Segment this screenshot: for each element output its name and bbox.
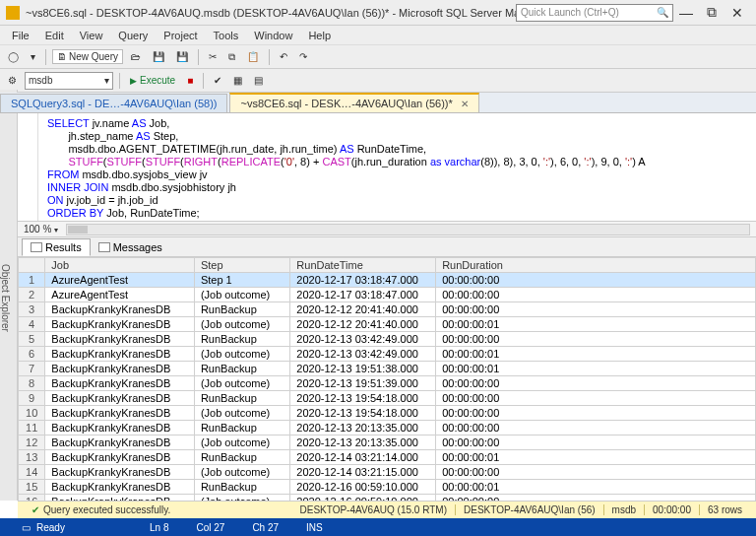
table-row[interactable]: 7BackupKrankyKranesDBRunBackup2020-12-13… (19, 362, 756, 376)
result-tabs: Results Messages (18, 237, 756, 257)
titlebar: ~vs8CE6.sql - DESKTOP-4AV6AUQ.msdb (DESK… (0, 0, 756, 26)
zoom-selector[interactable]: 100 % (24, 224, 58, 234)
status-user: DESKTOP-4AV6AUQ\Ian (56) (456, 504, 604, 515)
copy-button[interactable]: ⧉ (224, 49, 239, 65)
close-tab-icon[interactable]: ✕ (461, 99, 469, 109)
paste-button[interactable]: 📋 (243, 49, 263, 64)
save-all-button[interactable]: 💾 (172, 49, 192, 64)
status-ln: Ln 8 (136, 522, 182, 533)
nav-back-button[interactable]: ◯ (4, 49, 23, 64)
grid-icon (31, 242, 42, 252)
table-row[interactable]: 9BackupKrankyKranesDBRunBackup2020-12-13… (19, 391, 756, 406)
col-rundatetime[interactable]: RunDateTime (290, 258, 436, 273)
save-button[interactable]: 💾 (149, 49, 168, 64)
database-selector[interactable]: msdb▾ (25, 72, 113, 90)
query-status-msg: Query executed successfully. (24, 504, 292, 515)
stop-button[interactable]: ■ (183, 73, 197, 88)
tab-vs8ce6[interactable]: ~vs8CE6.sql - DESK…-4AV6AUQ\Ian (56))*✕ (229, 93, 478, 112)
status-time: 00:00:00 (645, 504, 700, 515)
toolbar-2: ⚙ msdb▾ Execute ■ ✔ ▦ ▤ (0, 69, 756, 93)
col-runduration[interactable]: RunDuration (436, 258, 756, 273)
toolbar-1: ◯ ▾ 🗎 New Query 🗁 💾 💾 ✂ ⧉ 📋 ↶ ↷ (0, 45, 756, 69)
zoom-bar: 100 % (18, 222, 756, 237)
db-icon: ⚙ (4, 73, 21, 88)
estimated-plan-button[interactable]: ▦ (229, 73, 246, 88)
col-step[interactable]: Step (194, 258, 289, 273)
menubar: File Edit View Query Project Tools Windo… (0, 26, 756, 45)
tab-messages[interactable]: Messages (91, 239, 170, 255)
table-row[interactable]: 6BackupKrankyKranesDB(Job outcome)2020-1… (19, 347, 756, 362)
results-grid[interactable]: Job Step RunDateTime RunDuration 1AzureA… (18, 257, 756, 501)
table-row[interactable]: 3BackupKrankyKranesDBRunBackup2020-12-12… (19, 302, 756, 317)
table-row[interactable]: 5BackupKrankyKranesDBRunBackup2020-12-13… (19, 332, 756, 347)
table-row[interactable]: 2AzureAgentTest(Job outcome)2020-12-17 0… (19, 288, 756, 302)
status-ins: INS (292, 522, 337, 533)
status-ready: Ready (8, 522, 136, 533)
tab-sqlquery3[interactable]: SQLQuery3.sql - DE…-4AV6AUQ\Ian (58)) (0, 94, 227, 112)
status-ch: Ch 27 (238, 522, 292, 533)
app-status-bar: Ready Ln 8 Col 27 Ch 27 INS (0, 518, 756, 536)
table-row[interactable]: 8BackupKrankyKranesDB(Job outcome)2020-1… (19, 376, 756, 391)
open-file-button[interactable]: 🗁 (127, 49, 145, 64)
query-status-bar: Query executed successfully. DESKTOP-4AV… (18, 501, 756, 518)
status-db: msdb (604, 504, 645, 515)
close-button[interactable]: ✕ (724, 5, 750, 21)
table-row[interactable]: 13BackupKrankyKranesDBRunBackup2020-12-1… (19, 450, 756, 465)
maximize-button[interactable]: ⧉ (699, 4, 724, 21)
status-server: DESKTOP-4AV6AUQ (15.0 RTM) (292, 504, 457, 515)
query-options-button[interactable]: ▤ (250, 73, 267, 88)
col-rownum[interactable] (19, 258, 45, 273)
menu-view[interactable]: View (72, 28, 111, 43)
table-row[interactable]: 11BackupKrankyKranesDBRunBackup2020-12-1… (19, 421, 756, 436)
tab-results[interactable]: Results (22, 238, 91, 256)
menu-project[interactable]: Project (156, 28, 205, 43)
document-tabs: SQLQuery3.sql - DE…-4AV6AUQ\Ian (58)) ~v… (0, 93, 756, 113)
parse-button[interactable]: ✔ (210, 73, 225, 88)
table-row[interactable]: 1AzureAgentTestStep 12020-12-17 03:18:47… (19, 273, 756, 288)
menu-query[interactable]: Query (110, 28, 156, 43)
status-col: Col 27 (182, 522, 238, 533)
menu-edit[interactable]: Edit (37, 28, 72, 43)
table-row[interactable]: 10BackupKrankyKranesDB(Job outcome)2020-… (19, 406, 756, 421)
col-job[interactable]: Job (45, 258, 195, 273)
nav-fwd-button[interactable]: ▾ (27, 49, 39, 64)
messages-icon (98, 242, 110, 252)
cut-button[interactable]: ✂ (205, 49, 220, 64)
sql-editor[interactable]: SELECT jv.name AS Job, jh.step_name AS S… (18, 113, 756, 222)
redo-button[interactable]: ↷ (295, 49, 311, 64)
quicklaunch-input[interactable]: Quick Launch (Ctrl+Q)🔍 (516, 4, 673, 22)
menu-file[interactable]: File (4, 28, 37, 43)
ssms-icon (6, 6, 20, 20)
undo-button[interactable]: ↶ (276, 49, 291, 64)
table-row[interactable]: 15BackupKrankyKranesDBRunBackup2020-12-1… (19, 480, 756, 495)
menu-help[interactable]: Help (300, 28, 339, 43)
editor-hscrollbar[interactable] (66, 224, 750, 235)
table-row[interactable]: 4BackupKrankyKranesDB(Job outcome)2020-1… (19, 317, 756, 332)
table-row[interactable]: 12BackupKrankyKranesDB(Job outcome)2020-… (19, 436, 756, 450)
window-title: ~vs8CE6.sql - DESKTOP-4AV6AUQ.msdb (DESK… (26, 7, 516, 19)
minimize-button[interactable]: — (673, 5, 699, 21)
new-query-button[interactable]: 🗎 New Query (52, 49, 123, 64)
execute-button[interactable]: Execute (126, 74, 179, 87)
menu-window[interactable]: Window (246, 28, 300, 43)
status-rows: 63 rows (700, 504, 750, 515)
menu-tools[interactable]: Tools (206, 28, 247, 43)
search-icon: 🔍 (657, 7, 668, 18)
table-row[interactable]: 14BackupKrankyKranesDB(Job outcome)2020-… (19, 465, 756, 480)
